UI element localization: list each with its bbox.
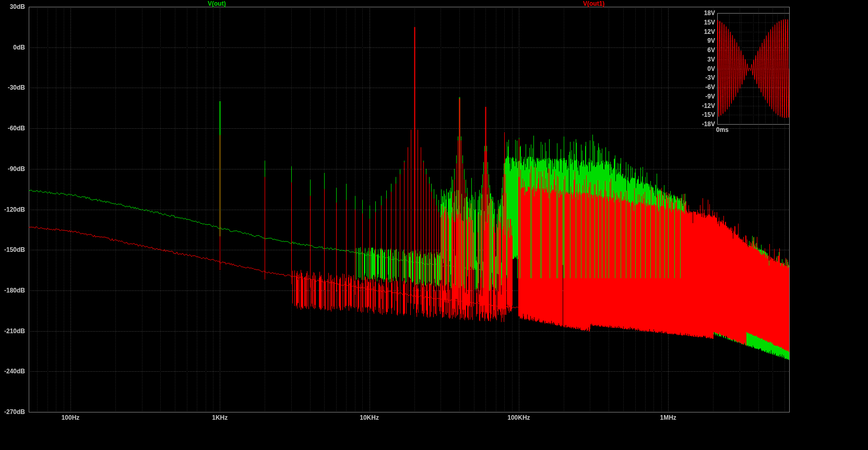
inset-y-tick-label: -18V [693,120,715,128]
x-axis-tick-label: 10KHz [346,414,393,421]
legend-vout1[interactable]: V(out1) [583,0,604,7]
y-axis-tick-label: -210dB [0,327,25,335]
y-axis-tick-label: 30dB [0,3,25,10]
x-axis-tick-label: 100KHz [495,414,542,421]
x-axis-tick-label: 1KHz [196,414,243,421]
y-axis-tick-label: -120dB [0,206,25,213]
fft-plot-canvas[interactable] [0,0,868,450]
y-axis-tick-label: -240dB [0,368,25,375]
fft-plot-window: 30dB0dB-30dB-60dB-90dB-120dB-150dB-180dB… [0,0,868,450]
inset-y-tick-label: 6V [693,46,715,54]
x-axis-tick-label: 100Hz [47,414,94,421]
y-axis-tick-label: -90dB [0,165,25,173]
inset-y-tick-label: 15V [693,19,715,26]
y-axis-tick-label: -150dB [0,246,25,253]
inset-y-tick-label: -9V [693,93,715,100]
inset-y-tick-label: -15V [693,111,715,118]
inset-y-tick-label: 3V [693,56,715,63]
inset-y-tick-label: 12V [693,28,715,35]
y-axis-tick-label: 0dB [0,44,25,51]
legend-vout[interactable]: V(out) [208,0,226,7]
y-axis-tick-label: -60dB [0,125,25,132]
inset-x-tick-label: 0ms [716,126,729,133]
y-axis-tick-label: -30dB [0,84,25,91]
inset-y-tick-label: -3V [693,74,715,81]
inset-y-tick-label: 18V [693,9,715,17]
inset-y-tick-label: 9V [693,37,715,44]
inset-y-tick-label: -6V [693,83,715,91]
y-axis-tick-label: -180dB [0,287,25,294]
y-axis-tick-label: -270dB [0,408,25,416]
inset-y-tick-label: 0V [693,65,715,72]
x-axis-tick-label: 1MHz [645,414,692,421]
inset-y-tick-label: -12V [693,102,715,110]
